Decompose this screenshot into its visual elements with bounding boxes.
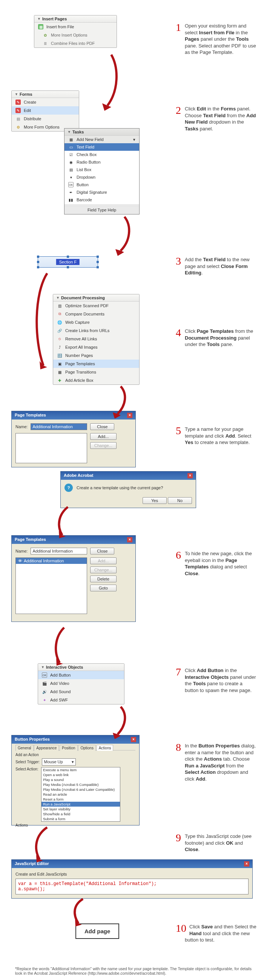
dialog-title: Page Templates: [15, 413, 46, 418]
dp-compare[interactable]: ⧉Compare Documents: [53, 310, 139, 318]
template-name-input[interactable]: Additional Information: [30, 548, 87, 554]
step-1: 1 Open your existing form and select Ins…: [185, 22, 256, 56]
step-4: 4 Click Page Templates from the Document…: [185, 328, 256, 348]
close-icon[interactable]: ×: [244, 861, 249, 867]
add-button-item[interactable]: OKAdd Button: [38, 671, 124, 679]
trigger-select[interactable]: Mouse Up▾: [42, 758, 76, 765]
add-button[interactable]: Add...: [90, 433, 116, 440]
close-button[interactable]: Close: [90, 423, 114, 430]
arrow-icon: [26, 826, 57, 863]
footnote: *Replace the words "Additional Informati…: [15, 966, 256, 975]
page-templates-dialog: Page Templates× Name: Additional Informa…: [11, 411, 136, 468]
yes-button[interactable]: Yes: [143, 497, 167, 504]
page-plus-icon: ▦: [38, 24, 43, 29]
eyeball-icon[interactable]: 👁: [18, 558, 22, 563]
export-icon: ⤴: [57, 345, 62, 350]
article-icon: ✚: [57, 378, 62, 383]
tab-options[interactable]: Options: [78, 745, 95, 751]
template-list[interactable]: [16, 433, 87, 463]
step-9: 9 Type this JavaScript code (see footnot…: [185, 833, 256, 853]
change-button[interactable]: Change...: [90, 566, 116, 573]
template-list-item[interactable]: 👁 Additional Information: [16, 558, 87, 564]
text-field-icon: ▭: [68, 144, 73, 150]
forms-edit[interactable]: ✎Edit: [12, 106, 79, 115]
page-icon: ▥: [57, 303, 62, 308]
dialog-title: Adobe Acrobat: [64, 473, 93, 478]
panel-title: ▼Document Processing: [53, 294, 139, 302]
close-icon[interactable]: ×: [188, 473, 193, 478]
dp-page-templates[interactable]: ▣Page Templates: [53, 360, 139, 368]
interactive-objects-panel: ▼Interactive Objects OKAdd Button 🎬Add V…: [38, 663, 124, 705]
delete-button[interactable]: Delete: [90, 576, 116, 582]
step-8: 8 In the Button Properties dialog, enter…: [185, 743, 256, 782]
name-label: Name:: [16, 425, 27, 429]
close-icon[interactable]: ×: [131, 737, 136, 742]
arrow-icon: [113, 215, 136, 256]
barcode-icon: ▮▮: [68, 197, 73, 202]
distribute-icon: ▤: [16, 116, 21, 121]
checkbox-icon: ☑: [68, 152, 73, 157]
dp-remove-links[interactable]: ⦸Remove All Links: [53, 335, 139, 343]
field-dropdown[interactable]: ▾Dropdown: [65, 173, 139, 181]
template-list[interactable]: 👁 Additional Information: [16, 557, 87, 614]
dp-links[interactable]: 🔗Create Links from URLs: [53, 326, 139, 335]
combine-files-item[interactable]: ≣Combine Files into PDF: [34, 39, 116, 48]
field-text[interactable]: ▭Text Field: [65, 143, 139, 151]
close-icon[interactable]: ×: [127, 537, 132, 542]
form-icon: ▦: [68, 137, 73, 142]
edit-icon: ✎: [16, 108, 21, 113]
dp-article-box[interactable]: ✚Add Article Box: [53, 376, 139, 385]
arrow-icon: [110, 705, 132, 739]
stack-icon: ≣: [43, 41, 48, 46]
insert-from-file-item[interactable]: ▦Insert from File: [34, 22, 116, 31]
add-swf-item[interactable]: ✦Add SWF: [38, 696, 124, 704]
action-select-list[interactable]: Execute a menu item Open a web link Play…: [41, 767, 120, 822]
globe-icon: 🌐: [57, 320, 62, 325]
tab-appearance[interactable]: Appearance: [34, 745, 59, 751]
field-button[interactable]: OKButton: [65, 181, 139, 188]
dp-transitions[interactable]: ▦Page Transitions: [53, 368, 139, 376]
dialog-title: Page Templates: [15, 537, 46, 542]
button-icon: OK: [68, 182, 73, 187]
tab-actions[interactable]: Actions: [97, 745, 113, 751]
dp-optimize[interactable]: ▥Optimize Scanned PDF: [53, 302, 139, 310]
transition-icon: ▦: [57, 369, 62, 375]
step-10: 10 Click Save and then Select the Hand t…: [185, 923, 256, 943]
name-label: Name:: [16, 549, 27, 553]
number-icon: 🔢: [57, 353, 62, 358]
template-name-input[interactable]: Additional Information: [30, 423, 87, 430]
step-3: 3 Add the Text Field to the new page and…: [185, 256, 256, 276]
close-icon[interactable]: ×: [127, 413, 132, 418]
add-button[interactable]: Add...: [90, 557, 116, 564]
no-button[interactable]: No: [168, 497, 192, 504]
tab-general[interactable]: General: [16, 745, 33, 751]
add-video-item[interactable]: 🎬Add Video: [38, 679, 124, 687]
action-label: Select Action:: [16, 767, 39, 771]
add-action-label: Add an Action: [16, 753, 135, 757]
add-page-button[interactable]: Add page: [75, 923, 119, 939]
forms-distribute[interactable]: ▤Distribute: [12, 115, 79, 123]
goto-button[interactable]: Goto: [90, 585, 116, 592]
forms-create[interactable]: ✎Create: [12, 98, 79, 106]
chevron-down-icon: ▾: [133, 137, 135, 142]
field-type-help[interactable]: Field Type Help: [65, 205, 139, 214]
dp-number-pages[interactable]: 🔢Number Pages: [53, 351, 139, 360]
add-new-field-header[interactable]: ▦Add New Field▾: [65, 136, 139, 143]
add-sound-item[interactable]: 🔊Add Sound: [38, 687, 124, 696]
field-checkbox[interactable]: ☑Check Box: [65, 151, 139, 158]
dp-webcapture[interactable]: 🌐Web Capture: [53, 318, 139, 326]
field-signature[interactable]: ✒Digital Signature: [65, 188, 139, 196]
field-barcode[interactable]: ▮▮Barcode: [65, 196, 139, 204]
text-field-preview[interactable]: Section F: [38, 256, 98, 267]
step-7: 7 Click Add Button in the Interactive Ob…: [185, 667, 256, 694]
dp-export-images[interactable]: ⤴Export All Images: [53, 343, 139, 351]
field-listbox[interactable]: ▤List Box: [65, 166, 139, 173]
tab-position[interactable]: Position: [60, 745, 78, 751]
video-icon: 🎬: [42, 681, 47, 686]
field-radio[interactable]: ◉Radio Button: [65, 158, 139, 166]
more-insert-options-item[interactable]: ✿More Insert Options: [34, 31, 116, 39]
panel-title: ▼Insert Pages: [34, 16, 116, 22]
code-editor[interactable]: var a = this.getTemplate("Additional Inf…: [16, 878, 248, 894]
close-button[interactable]: Close: [90, 548, 114, 554]
change-button[interactable]: Change...: [90, 442, 116, 449]
